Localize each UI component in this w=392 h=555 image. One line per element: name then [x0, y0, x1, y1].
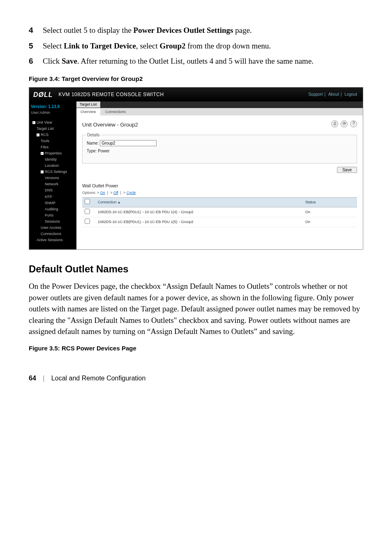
subtab-overview[interactable]: Overview: [76, 108, 100, 116]
tree-item-snmp[interactable]: SNMP: [31, 200, 75, 206]
col-connection[interactable]: Connection: [95, 198, 303, 207]
row-checkbox[interactable]: [85, 219, 90, 224]
main-panel: Target List Overview Connections ⎙ ⟳ ? U…: [76, 101, 363, 249]
tree-label: Location: [45, 164, 59, 168]
name-input[interactable]: [100, 140, 157, 146]
tree-label: SNMP: [45, 201, 55, 205]
tab-target-list[interactable]: Target List: [76, 101, 100, 108]
step-4: 4 Select outlet 5 to display the Power D…: [29, 25, 363, 36]
footer-separator: |: [43, 375, 44, 382]
tree-item-versions[interactable]: Versions: [31, 175, 75, 181]
tree-item-dns[interactable]: DNS: [31, 187, 75, 193]
logout-link[interactable]: Logout: [344, 92, 357, 97]
section-heading: Default Outlet Names: [29, 262, 363, 276]
subtab-connections[interactable]: Connections: [101, 108, 130, 116]
tree-label: Ports: [45, 213, 53, 217]
step-number: 6: [29, 55, 43, 67]
tree-item-location[interactable]: Location: [31, 163, 75, 169]
tree-item-target-list[interactable]: Target List: [31, 126, 75, 132]
tree-item-connections[interactable]: Connections: [31, 231, 75, 237]
tree-item-identity[interactable]: Identity: [31, 157, 75, 163]
tree-label: DNS: [45, 188, 53, 192]
tree-item-unit-view[interactable]: Unit View: [31, 120, 75, 126]
page-number: 64: [29, 375, 36, 382]
status-cell: On: [303, 217, 357, 227]
step-list: 4 Select outlet 5 to display the Power D…: [29, 25, 363, 67]
opt-cycle[interactable]: Cycle: [127, 191, 136, 195]
connection-cell: 1082DS-10-1C-EB(PDU1)→10-1C-EB PDU 1(5)→…: [95, 217, 303, 227]
tree-label: Tools: [41, 139, 49, 143]
table-row: 1082DS-10-1C-EB(PDU1)→10-1C-EB PDU 1(5)→…: [82, 217, 357, 227]
step-text: Click Save. After returning to the Outle…: [43, 55, 363, 67]
help-icon[interactable]: ?: [350, 120, 357, 127]
collapse-icon[interactable]: [37, 134, 39, 136]
print-icon[interactable]: ⎙: [331, 120, 338, 127]
opt-off[interactable]: Off: [113, 191, 118, 195]
collapse-icon[interactable]: [41, 170, 44, 173]
sidebar: Version: 1.13.9 User:Admin Unit ViewTarg…: [29, 101, 76, 249]
tree-label: Auditing: [45, 207, 58, 211]
figure-caption-2: Figure 3.5: RCS Power Devices Page: [29, 344, 363, 353]
col-status[interactable]: Status: [303, 198, 357, 207]
tree-item-ports[interactable]: Ports: [31, 212, 75, 219]
select-all-checkbox[interactable]: [85, 199, 90, 204]
body-paragraph: On the Power Devices page, the checkbox …: [29, 281, 363, 337]
tree-label: Properties: [45, 151, 62, 155]
step-6: 6 Click Save. After returning to the Out…: [29, 55, 363, 67]
sub-tabs: Overview Connections: [76, 108, 363, 115]
tree-item-network[interactable]: Network: [31, 181, 75, 187]
app-title: KVM 1082DS REMOTE CONSOLE SWITCH: [59, 91, 164, 98]
tree-label: Network: [45, 182, 58, 186]
chapter-title: Local and Remote Configuration: [51, 375, 145, 382]
tree-label: Active Sessions: [37, 238, 63, 242]
tree-item-user-access[interactable]: User Access: [31, 225, 75, 231]
tree-label: Target List: [37, 127, 54, 131]
step-text: Select outlet 5 to display the Power Dev…: [43, 25, 363, 36]
tree-item-active-sessions[interactable]: Active Sessions: [31, 237, 75, 243]
about-link[interactable]: About: [328, 92, 339, 97]
step-5: 5 Select Link to Target Device, select G…: [29, 40, 363, 52]
tree-item-ntp[interactable]: NTP: [31, 194, 75, 200]
tree-item-sessions[interactable]: Sessions: [31, 219, 75, 225]
row-checkbox[interactable]: [85, 209, 90, 214]
details-box: Details Name: Type: Power: [82, 135, 357, 164]
tree-label: Files: [41, 145, 48, 149]
save-button[interactable]: Save: [337, 167, 357, 173]
opt-on[interactable]: On: [100, 191, 105, 195]
tree-item-files[interactable]: Files: [31, 144, 75, 150]
options-line: Options: > On | > Off | > Cycle: [82, 190, 357, 196]
step-number: 4: [29, 25, 43, 36]
tree-item-rcs[interactable]: RCS: [31, 132, 75, 138]
tab-bar: Target List: [76, 101, 363, 108]
connection-cell: 1082DS-10-1C-EB(PDU1)→10-1C-EB PDU 1(4)→…: [95, 207, 303, 217]
tree-label: RCS: [41, 133, 48, 137]
name-label: Name:: [87, 141, 99, 145]
type-value: Power: [98, 149, 109, 153]
tree-item-auditing[interactable]: Auditing: [31, 206, 75, 212]
table-row: 1082DS-10-1C-EB(PDU1)→10-1C-EB PDU 1(4)→…: [82, 207, 357, 217]
user-label: User:Admin: [31, 110, 75, 115]
refresh-icon[interactable]: ⟳: [341, 120, 348, 127]
app-header: DØLL KVM 1082DS REMOTE CONSOLE SWITCH Su…: [29, 88, 363, 101]
collapse-icon[interactable]: [32, 121, 35, 124]
tree-item-rcs-settings[interactable]: RCS Settings: [31, 169, 75, 175]
tree-item-properties[interactable]: Properties: [31, 150, 75, 157]
tree-item-tools[interactable]: Tools: [31, 138, 75, 144]
status-cell: On: [303, 207, 357, 217]
panel-title: Unit Overview - Group2: [82, 121, 357, 129]
tree-label: Sessions: [45, 219, 60, 223]
dell-logo: DØLL: [33, 90, 53, 99]
details-legend: Details: [86, 132, 101, 138]
support-link[interactable]: Support: [308, 92, 323, 97]
wall-outlet-label: Wall Outlet Power: [82, 183, 357, 189]
collapse-icon[interactable]: [41, 152, 44, 155]
connection-table: Connection Status 1082DS-10-1C-EB(PDU1)→…: [82, 197, 357, 227]
page-footer: 64 | Local and Remote Configuration: [29, 373, 363, 383]
header-links: Support| About| Logout: [307, 92, 359, 98]
step-text: Select Link to Target Device, select Gro…: [43, 40, 363, 52]
step-number: 5: [29, 40, 43, 52]
tree-label: Versions: [45, 176, 59, 180]
screenshot-target-overview: DØLL KVM 1082DS REMOTE CONSOLE SWITCH Su…: [29, 87, 363, 250]
panel-icons: ⎙ ⟳ ?: [330, 120, 357, 127]
figure-caption-1: Figure 3.4: Target Overview for Group2: [29, 74, 363, 83]
